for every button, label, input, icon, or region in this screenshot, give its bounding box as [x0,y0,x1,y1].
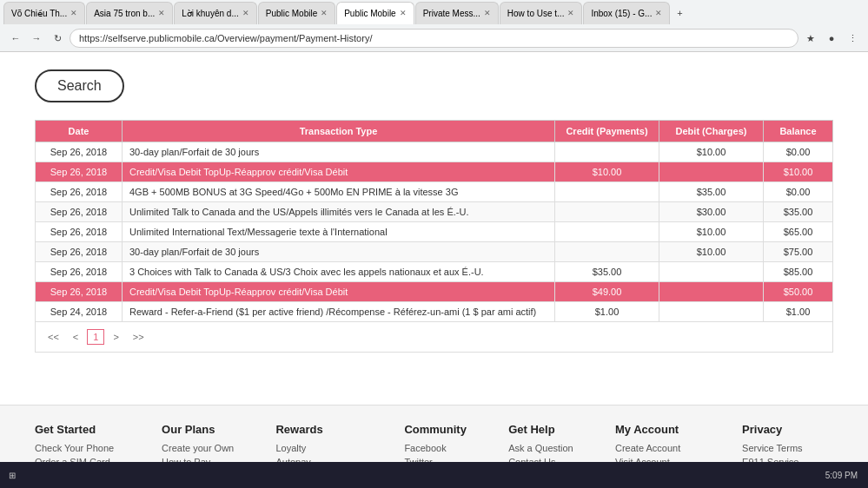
cell-credit: $10.00 [555,162,659,182]
footer-link-service-terms[interactable]: Service Terms [742,443,833,453]
cell-date: Sep 24, 2018 [36,302,123,322]
url-input[interactable] [70,29,798,48]
footer-get-help-title: Get Help [508,423,573,436]
current-page[interactable]: 1 [87,329,104,345]
browser-chrome: Võ Chiều Th...✕Asia 75 tron b...✕Lời khu… [0,0,868,52]
table-row: Sep 26, 2018 Unlimited Talk to Canada an… [36,202,833,222]
cell-type: 4GB + 500MB BONUS at 3G Speed/4Go + 500M… [123,182,555,202]
browser-tab[interactable]: How to Use t...✕ [500,2,583,24]
cell-balance: $35.00 [764,202,833,222]
table-row: Sep 26, 2018 4GB + 500MB BONUS at 3G Spe… [36,182,833,202]
footer-link-create-account[interactable]: Create Account [615,443,700,453]
header-transaction-type: Transaction Type [123,121,555,142]
footer-link-check-phone[interactable]: Check Your Phone [35,443,120,453]
browser-tab[interactable]: Lời khuyên d...✕ [174,2,256,24]
browser-tab[interactable]: Asia 75 tron b...✕ [86,2,173,24]
cell-date: Sep 26, 2018 [36,162,123,182]
search-button[interactable]: Search [35,69,124,102]
cell-type: Credit/Visa Debit TopUp-Réapprov crédit/… [123,162,555,182]
browser-tab[interactable]: Inbox (15) - G...✕ [583,2,670,24]
footer-our-plans-title: Our Plans [162,423,234,436]
browser-tab[interactable]: Public Mobile✕ [258,2,335,24]
pagination: << < 1 > >> [35,322,833,353]
cell-credit [555,222,659,242]
cell-balance: $85.00 [764,262,833,282]
tab-close-icon[interactable]: ✕ [655,9,662,17]
cell-debit [659,282,764,302]
tab-close-icon[interactable]: ✕ [70,9,77,17]
header-date: Date [36,121,123,142]
back-button[interactable]: ← [7,30,24,47]
cell-type: 30-day plan/Forfait de 30 jours [123,242,555,262]
footer-link-loyalty[interactable]: Loyalty [275,443,362,453]
first-page-btn[interactable]: << [43,330,64,344]
cell-balance: $1.00 [764,302,833,322]
cell-credit: $49.00 [555,282,659,302]
cell-balance: $0.00 [764,142,833,162]
tab-close-icon[interactable]: ✕ [567,9,574,17]
address-bar: ← → ↻ ★ ● ⋮ [0,26,868,52]
cell-date: Sep 26, 2018 [36,222,123,242]
browser-tab[interactable]: Public Mobile✕ [336,2,414,24]
table-row: Sep 26, 2018 30-day plan/Forfait de 30 j… [36,242,833,262]
cell-type: Unlimited Talk to Canada and the US/Appe… [123,202,555,222]
cell-date: Sep 26, 2018 [36,202,123,222]
cell-credit [555,202,659,222]
tab-close-icon[interactable]: ✕ [321,9,328,17]
cell-date: Sep 26, 2018 [36,242,123,262]
header-credit: Credit (Payments) [555,121,659,142]
tab-close-icon[interactable]: ✕ [484,9,491,17]
bookmark-button[interactable]: ★ [802,30,819,47]
cell-type: Reward - Refer-a-Friend ($1 per active f… [123,302,555,322]
cell-debit [659,262,764,282]
prev-page-btn[interactable]: < [68,330,83,344]
cell-balance: $50.00 [764,282,833,302]
payment-history-table: Date Transaction Type Credit (Payments) … [35,120,833,322]
cell-type: Credit/Visa Debit TopUp-Réapprov crédit/… [123,282,555,302]
footer-link-ask-question[interactable]: Ask a Question [508,443,573,453]
taskbar-start[interactable]: ⊞ [3,465,21,485]
tab-close-icon[interactable]: ✕ [242,9,249,17]
cell-date: Sep 26, 2018 [36,182,123,202]
header-balance: Balance [764,121,833,142]
browser-tab[interactable]: Võ Chiều Th...✕ [3,2,85,24]
footer-get-started-title: Get Started [35,423,120,436]
footer-link-create-own[interactable]: Create your Own [162,443,234,453]
cell-debit [659,162,764,182]
cell-credit [555,142,659,162]
cell-balance: $10.00 [764,162,833,182]
last-page-btn[interactable]: >> [128,330,149,344]
cell-balance: $65.00 [764,222,833,242]
next-page-btn[interactable]: > [108,330,123,344]
forward-button[interactable]: → [28,30,45,47]
table-header-row: Date Transaction Type Credit (Payments) … [36,121,833,142]
tab-close-icon[interactable]: ✕ [400,9,407,17]
cell-type: Unlimited International Text/Messagerie … [123,222,555,242]
browser-tab[interactable]: Private Mess...✕ [415,2,499,24]
footer-link-facebook[interactable]: Facebook [404,443,467,453]
menu-button[interactable]: ⋮ [844,30,861,47]
footer-community-title: Community [404,423,467,436]
extensions-button[interactable]: ● [823,30,840,47]
table-row: Sep 26, 2018 30-day plan/Forfait de 30 j… [36,142,833,162]
cell-debit [659,302,764,322]
cell-balance: $0.00 [764,182,833,202]
table-row: Sep 26, 2018 Unlimited International Tex… [36,222,833,242]
cell-credit: $35.00 [555,262,659,282]
tab-close-icon[interactable]: ✕ [158,9,165,17]
new-tab-button[interactable]: + [671,4,688,22]
cell-credit [555,242,659,262]
cell-debit: $10.00 [659,222,764,242]
footer-my-account-title: My Account [615,423,700,436]
table-row: Sep 26, 2018 Credit/Visa Debit TopUp-Réa… [36,162,833,182]
taskbar: ⊞ 5:09 PM [0,462,868,488]
cell-date: Sep 26, 2018 [36,262,123,282]
refresh-button[interactable]: ↻ [49,30,66,47]
table-row: Sep 26, 2018 Credit/Visa Debit TopUp-Réa… [36,282,833,302]
cell-debit: $35.00 [659,182,764,202]
cell-balance: $75.00 [764,242,833,262]
cell-date: Sep 26, 2018 [36,282,123,302]
cell-debit: $10.00 [659,242,764,262]
cell-debit: $30.00 [659,202,764,222]
cell-credit: $1.00 [555,302,659,322]
